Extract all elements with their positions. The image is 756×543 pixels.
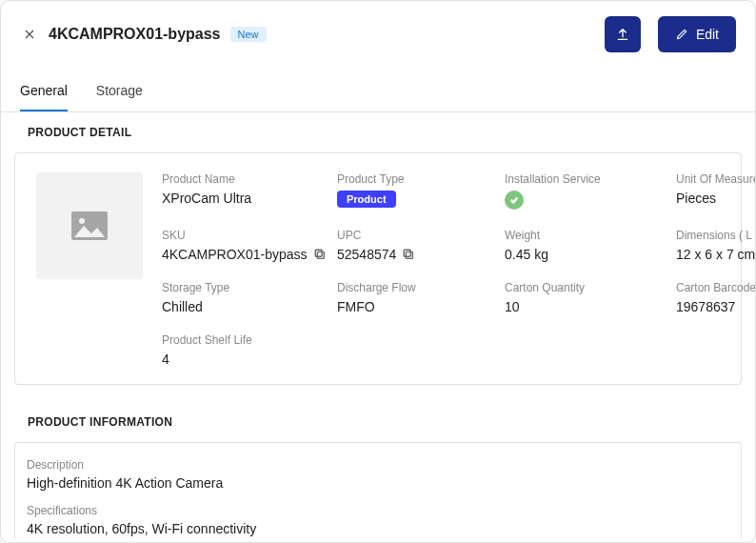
copy-icon (402, 248, 415, 261)
field-carton-qty: Carton Quantity 10 (505, 281, 666, 314)
field-value: 19678637 (676, 299, 755, 314)
field-sku: SKU 4KCAMPROX01-bypass (162, 229, 328, 262)
field-label: Storage Type (162, 281, 328, 294)
field-storage-type: Storage Type Chilled (162, 281, 328, 314)
product-type-badge: Product (337, 191, 396, 208)
field-upc: UPC 52548574 (337, 229, 495, 262)
product-detail-title: PRODUCT DETAIL (1, 112, 755, 152)
field-value: 12 x 6 x 7 cm (676, 247, 755, 262)
product-info-body: Description High-definition 4K Action Ca… (14, 442, 742, 539)
product-image-placeholder[interactable] (36, 172, 143, 279)
content-scroll[interactable]: PRODUCT DETAIL Product Name XProCam Ultr… (1, 112, 755, 539)
tab-storage[interactable]: Storage (96, 71, 143, 111)
field-label: Dimensions ( L x W x H ) (676, 229, 755, 242)
field-value: 4 (162, 352, 328, 367)
field-label: Unit Of Measure (UOM) (676, 172, 755, 186)
svg-point-1 (79, 218, 85, 224)
upload-button[interactable] (605, 16, 641, 52)
upc-value: 52548574 (337, 247, 396, 262)
field-uom: Unit Of Measure (UOM) Pieces (676, 172, 755, 210)
page-container: 4KCAMPROX01-bypass New Edit General Stor… (0, 0, 756, 543)
field-label: UPC (337, 229, 495, 242)
tabs-row: General Storage (1, 71, 755, 112)
field-label: Discharge Flow (337, 281, 495, 294)
field-value: 4K resolution, 60fps, Wi-Fi connectivity (27, 521, 729, 536)
product-info-section: PRODUCT INFORMATION Description High-def… (1, 402, 755, 539)
pencil-icon (675, 28, 688, 41)
field-label: Carton Barcode (676, 281, 755, 294)
field-label: Product Name (162, 172, 328, 186)
check-circle-icon (505, 191, 524, 210)
field-label: Weight (505, 229, 666, 242)
field-label: Carton Quantity (505, 281, 666, 294)
field-value (505, 191, 666, 210)
svg-rect-5 (404, 250, 410, 256)
svg-rect-3 (315, 250, 322, 256)
close-button[interactable] (20, 25, 39, 44)
field-value: Chilled (162, 299, 328, 314)
copy-icon (313, 248, 327, 261)
close-icon (22, 27, 37, 42)
field-description: Description High-definition 4K Action Ca… (27, 458, 729, 491)
copy-sku-button[interactable] (313, 248, 327, 261)
field-label: Product Type (337, 172, 495, 186)
field-value: FMFO (337, 299, 495, 314)
field-label: Description (27, 458, 729, 472)
product-detail-grid: Product Name XProCam Ultra Product Type … (162, 172, 720, 367)
field-value: 10 (505, 299, 666, 314)
upload-icon (615, 27, 630, 42)
image-placeholder-icon (70, 211, 109, 241)
field-label: SKU (162, 229, 328, 242)
product-detail-card: Product Name XProCam Ultra Product Type … (14, 152, 742, 385)
field-value: 52548574 (337, 247, 495, 262)
field-label: Installation Service (505, 172, 666, 186)
field-product-name: Product Name XProCam Ultra (162, 172, 328, 210)
page-header: 4KCAMPROX01-bypass New Edit (1, 1, 755, 64)
field-value: XProCam Ultra (162, 191, 328, 206)
field-value: 4KCAMPROX01-bypass (162, 247, 328, 262)
field-value: Pieces (676, 191, 755, 206)
field-value: 0.45 kg (505, 247, 666, 262)
new-badge: New (230, 27, 267, 42)
edit-button[interactable]: Edit (658, 16, 736, 52)
product-info-title: PRODUCT INFORMATION (1, 402, 755, 442)
field-label: Product Shelf Life (162, 333, 328, 347)
sku-value: 4KCAMPROX01-bypass (162, 247, 308, 262)
field-label: Specifications (27, 504, 729, 517)
svg-rect-2 (317, 251, 324, 258)
field-installation-service: Installation Service (505, 172, 666, 210)
field-specifications: Specifications 4K resolution, 60fps, Wi-… (27, 504, 729, 536)
field-discharge-flow: Discharge Flow FMFO (337, 281, 495, 314)
tab-general[interactable]: General (20, 71, 68, 111)
svg-rect-4 (407, 251, 413, 258)
field-shelf-life: Product Shelf Life 4 (162, 333, 328, 367)
field-value: Product (337, 191, 495, 208)
field-dimensions: Dimensions ( L x W x H ) 12 x 6 x 7 cm (676, 229, 755, 262)
edit-button-label: Edit (696, 27, 719, 42)
field-value: High-definition 4K Action Camera (27, 475, 729, 491)
field-carton-barcode: Carton Barcode 19678637 (676, 281, 755, 314)
page-title: 4KCAMPROX01-bypass (49, 26, 221, 43)
field-product-type: Product Type Product (337, 172, 495, 210)
field-weight: Weight 0.45 kg (505, 229, 666, 262)
copy-upc-button[interactable] (402, 248, 415, 261)
